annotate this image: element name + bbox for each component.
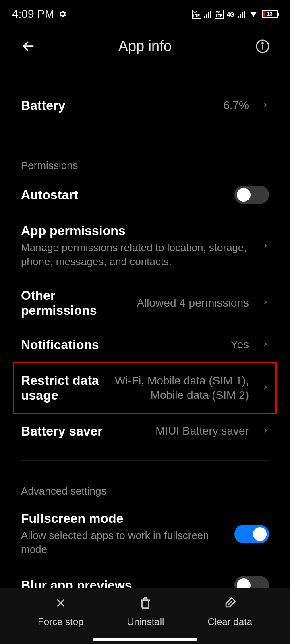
volte-icon-1: VoLTE [192, 10, 201, 19]
blur-previews-row[interactable]: Blur app previews [21, 566, 269, 588]
battery-saver-row[interactable]: Battery saver MIUI Battery saver [21, 414, 269, 448]
signal-icon-2 [238, 10, 245, 18]
battery-saver-value: MIUI Battery saver [155, 424, 249, 438]
blur-previews-toggle[interactable] [234, 576, 269, 588]
battery-value: 6.7% [223, 98, 249, 113]
status-time: 4:09 PM [12, 8, 54, 21]
app-header: App info [0, 28, 290, 64]
chevron-right-icon [262, 240, 269, 253]
battery-icon: 13 [262, 10, 278, 18]
chevron-right-icon [262, 382, 269, 394]
notifications-value: Yes [230, 337, 249, 352]
chevron-right-icon [262, 99, 269, 112]
gear-icon [58, 10, 67, 19]
svg-point-2 [262, 43, 263, 44]
status-bar: 4:09 PM VoLTE VoLTE 4G 13 [0, 0, 290, 28]
battery-label: Battery [21, 98, 215, 113]
network-type-icon: 4G [227, 11, 234, 18]
restrict-data-row[interactable]: Restrict data usage Wi-Fi, Mobile data (… [13, 362, 277, 414]
content-scroll[interactable]: Battery 6.7% Permissions Autostart App p… [0, 64, 290, 588]
app-permissions-label: App permissions [21, 223, 249, 238]
app-permissions-row[interactable]: App permissions Manage permissions relat… [21, 214, 269, 279]
other-permissions-label: Other permissions [21, 288, 128, 318]
fullscreen-label: Fullscreen mode [21, 511, 226, 526]
blur-previews-label: Blur app previews [21, 578, 226, 588]
autostart-row[interactable]: Autostart [21, 176, 269, 214]
battery-saver-label: Battery saver [21, 424, 147, 439]
svg-rect-3 [142, 600, 149, 608]
wifi-icon [248, 8, 259, 21]
page-title: App info [118, 38, 172, 55]
chevron-right-icon [262, 425, 269, 438]
fullscreen-sub: Allow selected apps to work in fullscree… [21, 528, 226, 557]
notifications-row[interactable]: Notifications Yes [21, 328, 269, 362]
battery-row[interactable]: Battery 6.7% [21, 89, 269, 123]
close-icon [54, 596, 68, 612]
chevron-right-icon [262, 297, 269, 310]
info-button[interactable] [255, 39, 270, 54]
volte-icon-2: VoLTE [215, 10, 224, 19]
advanced-section-title: Advanced settings [21, 473, 269, 502]
other-permissions-row[interactable]: Other permissions Allowed 4 permissions [21, 279, 269, 328]
trash-icon [139, 596, 152, 612]
chevron-right-icon [262, 339, 269, 351]
other-permissions-value: Allowed 4 permissions [137, 296, 249, 310]
uninstall-label: Uninstall [127, 616, 164, 627]
fullscreen-row[interactable]: Fullscreen mode Allow selected apps to w… [21, 502, 269, 566]
restrict-data-label: Restrict data usage [21, 373, 104, 403]
back-button[interactable] [20, 38, 37, 55]
restrict-data-value: Wi-Fi, Mobile data (SIM 1), Mobile data … [112, 374, 249, 403]
home-indicator[interactable] [93, 638, 197, 641]
autostart-toggle[interactable] [234, 186, 269, 204]
autostart-label: Autostart [21, 188, 226, 202]
fullscreen-toggle[interactable] [234, 525, 269, 543]
erase-icon [223, 596, 237, 612]
signal-icon-1 [204, 10, 211, 18]
clear-data-label: Clear data [207, 616, 252, 627]
clear-data-button[interactable]: Clear data [207, 596, 252, 627]
force-stop-button[interactable]: Force stop [38, 596, 83, 627]
bottom-action-bar: Force stop Uninstall Clear data [0, 588, 290, 644]
permissions-section-title: Permissions [21, 147, 269, 176]
force-stop-label: Force stop [38, 616, 83, 627]
divider [21, 135, 269, 135]
app-permissions-sub: Manage permissions related to location, … [21, 241, 249, 269]
notifications-label: Notifications [21, 337, 222, 352]
divider [21, 460, 269, 461]
uninstall-button[interactable]: Uninstall [127, 596, 164, 627]
